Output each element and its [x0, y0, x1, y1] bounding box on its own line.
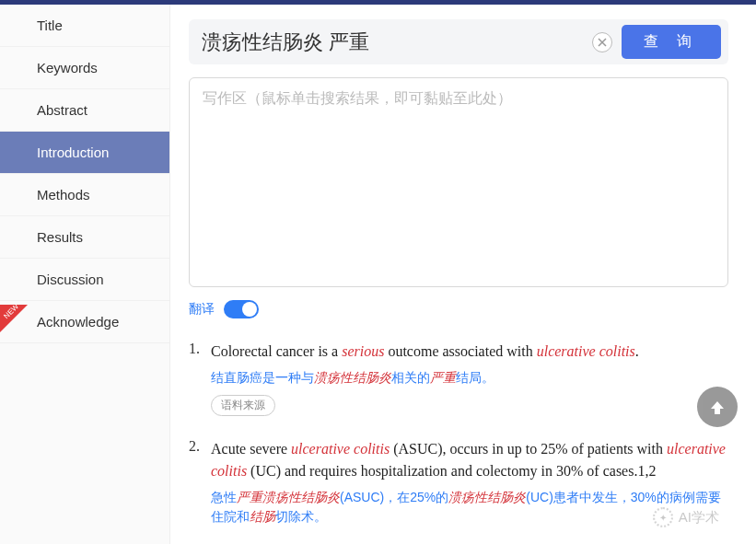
result-item[interactable]: 1.Colorectal cancer is a serious outcome…	[189, 341, 728, 416]
result-english: Colorectal cancer is a serious outcome a…	[211, 341, 728, 363]
sidebar-item-keywords[interactable]: Keywords	[0, 47, 169, 89]
sidebar-item-methods[interactable]: Methods	[0, 174, 169, 216]
query-button[interactable]: 查 询	[622, 25, 721, 59]
close-icon	[598, 38, 607, 47]
search-bar: 查 询	[189, 19, 728, 64]
result-chinese: 急性严重溃疡性结肠炎(ASUC)，在25%的溃疡性结肠炎(UC)患者中发生，30…	[211, 488, 728, 527]
sidebar-item-discussion[interactable]: Discussion	[0, 259, 169, 301]
result-chinese: 结直肠癌是一种与溃疡性结肠炎相关的严重结局。	[211, 368, 728, 388]
writing-area[interactable]: 写作区（鼠标单击搜索结果，即可黏贴至此处）	[189, 77, 728, 287]
search-input[interactable]	[196, 27, 583, 58]
sidebar-item-abstract[interactable]: Abstract	[0, 89, 169, 132]
sidebar: TitleKeywordsAbstractIntroductionMethods…	[0, 5, 170, 544]
result-number: 2.	[189, 438, 211, 527]
scroll-top-button[interactable]	[697, 387, 738, 427]
result-english: Acute severe ulcerative colitis (ASUC), …	[211, 438, 728, 482]
source-button[interactable]: 语料来源	[211, 395, 275, 416]
result-number: 1.	[189, 341, 211, 416]
sidebar-item-introduction[interactable]: Introduction	[0, 132, 169, 174]
translate-toggle-row: 翻译	[189, 300, 728, 318]
result-body: Acute severe ulcerative colitis (ASUC), …	[211, 438, 728, 527]
translate-toggle[interactable]	[224, 300, 259, 318]
sidebar-item-acknowledge[interactable]: Acknowledge	[0, 301, 169, 343]
results-list: 1.Colorectal cancer is a serious outcome…	[189, 341, 728, 527]
result-item[interactable]: 2.Acute severe ulcerative colitis (ASUC)…	[189, 438, 728, 527]
clear-search-button[interactable]	[592, 32, 612, 52]
main-panel: 查 询 写作区（鼠标单击搜索结果，即可黏贴至此处） 翻译 1.Colorecta…	[170, 5, 756, 544]
translate-label: 翻译	[189, 301, 215, 318]
arrow-up-icon	[706, 396, 728, 418]
sidebar-item-results[interactable]: Results	[0, 216, 169, 259]
sidebar-item-title[interactable]: Title	[0, 5, 169, 47]
result-body: Colorectal cancer is a serious outcome a…	[211, 341, 728, 416]
